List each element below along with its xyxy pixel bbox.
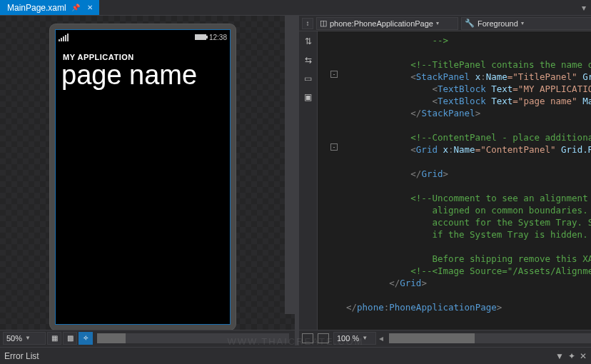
pin-icon[interactable]: 📌 — [71, 3, 81, 13]
zoom-value: 50% — [6, 334, 22, 343]
phone-screen[interactable]: 12:38 MY APPLICATION page name — [56, 30, 230, 324]
wrench-icon: 🔧 — [465, 19, 475, 28]
chevron-down-icon: ▾ — [436, 20, 439, 26]
cube-icon: ◫ — [320, 19, 327, 28]
close-icon[interactable]: ✕ — [580, 351, 587, 361]
editor-split: 12:38 MY APPLICATION page name 50% ▼ ▦ ▩… — [0, 16, 591, 345]
code-zoom-value: 100 % — [337, 334, 359, 343]
tab-title: MainPage.xaml — [7, 3, 66, 13]
element-combo-value: phone:PhoneApplicationPage — [330, 19, 433, 28]
document-tab-active[interactable]: MainPage.xaml 📌 ✕ — [0, 0, 99, 15]
chevron-down-icon: ▾ — [521, 20, 524, 26]
code-horizontal-scrollbar[interactable] — [389, 333, 591, 343]
property-combo-value: Foreground — [478, 19, 518, 28]
code-navigation-bar: ↕ ◫ phone:PhoneApplicationPage ▾ 🔧 Foreg… — [299, 16, 591, 31]
fold-toggle-icon[interactable]: - — [330, 71, 338, 78]
nav-left-icon[interactable]: ◂ — [379, 333, 383, 343]
chevron-down-icon: ▼ — [362, 335, 368, 341]
grid-toggle-button[interactable]: ▦ — [47, 332, 61, 345]
chevron-down-icon[interactable]: ▼ — [555, 351, 564, 361]
phone-emulator-frame: 12:38 MY APPLICATION page name — [50, 24, 236, 330]
document-tab-bar: MainPage.xaml 📌 ✕ ▾ — [0, 0, 591, 16]
close-icon[interactable]: ✕ — [85, 3, 95, 13]
pin-icon[interactable]: ✦ — [568, 351, 575, 361]
collapse-pane-icon[interactable]: ▣ — [302, 91, 315, 103]
property-combo[interactable]: 🔧 Foreground ▾ — [461, 17, 591, 30]
code-gutter: - - — [318, 31, 343, 330]
nav-back-icon[interactable]: ↕ — [302, 18, 313, 29]
xaml-designer-pane: 12:38 MY APPLICATION page name 50% ▼ ▦ ▩… — [0, 16, 295, 345]
signal-icon — [59, 33, 69, 41]
snap-lines-button[interactable]: ✧ — [79, 332, 93, 345]
chevron-down-icon: ▼ — [25, 335, 31, 341]
vertical-split-icon[interactable]: ▭ — [302, 73, 315, 84]
zoom-combo[interactable]: 50% ▼ — [3, 332, 46, 345]
swap-panes-icon[interactable]: ⇅ — [302, 36, 315, 47]
design-vertical-scrollbar[interactable] — [285, 16, 295, 314]
design-surface[interactable]: 12:38 MY APPLICATION page name — [0, 16, 295, 330]
fold-toggle-icon[interactable]: - — [330, 143, 338, 151]
code-zoom-combo[interactable]: 100 % ▼ — [333, 332, 376, 345]
designer-tool-rail: ⇅ ⇆ ▭ ▣ — [299, 31, 318, 330]
layout-vertical-icon[interactable] — [302, 333, 313, 343]
app-title-text: MY APPLICATION — [56, 44, 230, 61]
status-time: 12:38 — [209, 34, 227, 41]
horizontal-split-icon[interactable]: ⇆ — [302, 54, 315, 66]
snap-toggle-button[interactable]: ▩ — [63, 332, 77, 345]
element-combo[interactable]: ◫ phone:PhoneApplicationPage ▾ — [316, 17, 458, 30]
layout-horizontal-icon[interactable] — [318, 333, 329, 343]
tab-overflow-button[interactable]: ▾ — [577, 0, 591, 15]
content-panel[interactable] — [61, 96, 224, 310]
error-list-title: Error List — [4, 351, 39, 361]
code-editor[interactable]: --> <!--TitlePanel contains the name of … — [343, 31, 591, 330]
designer-toolbar: 50% ▼ ▦ ▩ ✧ — [0, 330, 295, 345]
phone-status-bar: 12:38 — [56, 30, 230, 44]
design-horizontal-scrollbar[interactable] — [97, 333, 289, 343]
xaml-code-pane: ↕ ◫ phone:PhoneApplicationPage ▾ 🔧 Foreg… — [299, 16, 591, 345]
page-name-text: page name — [56, 61, 230, 93]
error-list-panel-header[interactable]: Error List ▼ ✦ ✕ — [0, 347, 591, 364]
battery-icon — [195, 34, 206, 40]
code-bottom-toolbar: 100 % ▼ ◂ ▸ — [299, 330, 591, 345]
